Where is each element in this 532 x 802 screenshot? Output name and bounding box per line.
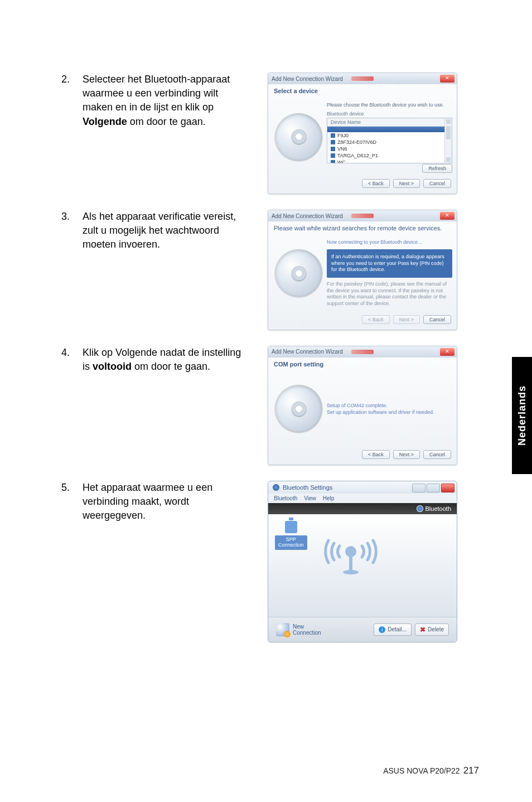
step-number: 5.	[61, 481, 83, 495]
wizard-searching: Add New Connection Wizard ✕ Please wait …	[268, 210, 457, 330]
prompt-text: Please choose the Bluetooth device you w…	[327, 102, 452, 108]
step-number: 2.	[61, 73, 83, 86]
next-button[interactable]: Next >	[393, 450, 420, 459]
list-item[interactable]: F9J0	[327, 132, 452, 139]
svg-rect-1	[349, 555, 352, 571]
list-item[interactable]: VN6	[327, 146, 452, 152]
scrollbar[interactable]	[444, 118, 452, 163]
page-footer: ASUS NOVA P20/P22217	[383, 765, 479, 776]
list-item[interactable]: TARGA_D612_P1	[327, 152, 452, 159]
minimize-button[interactable]	[412, 484, 425, 492]
hint-text: Set up application software and driver i…	[327, 409, 452, 415]
cancel-button[interactable]: Cancel	[423, 315, 451, 324]
step-text: Het apparaat waarmee u een verbinding ma…	[83, 481, 251, 523]
new-connection-button[interactable]: New Connection	[276, 623, 321, 636]
dialog-subtitle: Please wait while wizard searches for re…	[268, 221, 457, 235]
delete-icon: ✖	[420, 626, 425, 634]
close-icon[interactable]: ✕	[440, 75, 454, 83]
maximize-button[interactable]	[427, 484, 440, 492]
cancel-button[interactable]: Cancel	[423, 450, 451, 459]
hint-text: For the passkey (PIN code), please see t…	[327, 281, 452, 307]
list-item[interactable]: WC	[327, 159, 452, 163]
step-number: 3.	[61, 210, 83, 224]
menu-bar[interactable]: Bluetooth View Help	[268, 494, 457, 503]
next-button[interactable]: Next >	[393, 179, 420, 188]
info-icon: i	[379, 626, 385, 633]
status-text: Setup of COM42 complete.	[327, 403, 452, 408]
step-text: Selecteer het Bluetooth-apparaat waarmee…	[83, 73, 251, 129]
svg-point-2	[343, 570, 359, 574]
back-button[interactable]: < Back	[362, 450, 390, 459]
detail-button[interactable]: i Detail...	[374, 624, 412, 636]
close-icon[interactable]: ✕	[440, 348, 454, 356]
bluetooth-icon	[273, 484, 279, 491]
dialog-subtitle: COM port setting	[268, 357, 457, 371]
device-list[interactable]: Device Name F9J0 Z8F324-E07IV6D VN6 TARG…	[327, 118, 452, 163]
new-connection-icon	[276, 623, 289, 636]
dialog-title: Add New Connection Wizard	[272, 349, 343, 355]
dialog-title: Add New Connection Wizard	[272, 213, 343, 219]
wizard-complete: Add New Connection Wizard ✕ COM port set…	[268, 346, 457, 465]
step-number: 4.	[61, 346, 83, 360]
window-title: Bluetooth Settings	[283, 484, 332, 491]
wizard-select-device: Add New Connection Wizard ✕ Select a dev…	[268, 73, 457, 194]
next-button[interactable]: Next >	[393, 315, 420, 324]
list-header: Device Name	[327, 118, 452, 127]
menu-item[interactable]: Help	[323, 495, 335, 501]
cd-graphic	[275, 113, 322, 161]
cancel-button[interactable]: Cancel	[423, 179, 451, 188]
menu-item[interactable]: View	[304, 495, 316, 501]
list-item[interactable]	[327, 127, 452, 132]
signal-graphic	[317, 521, 384, 582]
back-button[interactable]: < Back	[362, 179, 390, 188]
close-button[interactable]	[441, 484, 454, 492]
cd-graphic	[275, 249, 322, 297]
dialog-subtitle: Select a device	[268, 84, 457, 98]
bluetooth-settings-window: Bluetooth Settings Bluetooth View Help B…	[268, 481, 457, 642]
dialog-title: Add New Connection Wizard	[272, 76, 343, 82]
status-text: Now connecting to your Bluetooth device…	[327, 239, 452, 245]
field-label: Bluetooth device	[327, 111, 452, 117]
brand-label: Bluetooth	[425, 505, 451, 512]
language-tab: Nederlands	[512, 357, 532, 474]
delete-button[interactable]: ✖ Delete	[415, 624, 449, 636]
refresh-button[interactable]: Refresh	[422, 164, 452, 173]
cd-graphic	[275, 385, 322, 432]
close-icon[interactable]: ✕	[440, 212, 454, 220]
info-box: If an Authentication is required, a dial…	[327, 249, 452, 278]
step-text: Als het apparaat verificatie vereist, zu…	[83, 210, 251, 252]
step-text: Klik op Volgende nadat de instelling is …	[83, 346, 251, 374]
device-icon[interactable]: SPP Connection	[275, 521, 307, 550]
menu-item[interactable]: Bluetooth	[274, 495, 297, 501]
bluetooth-icon	[417, 505, 423, 512]
back-button[interactable]: < Back	[362, 315, 390, 324]
list-item[interactable]: Z8F324-E07IV6D	[327, 139, 452, 146]
